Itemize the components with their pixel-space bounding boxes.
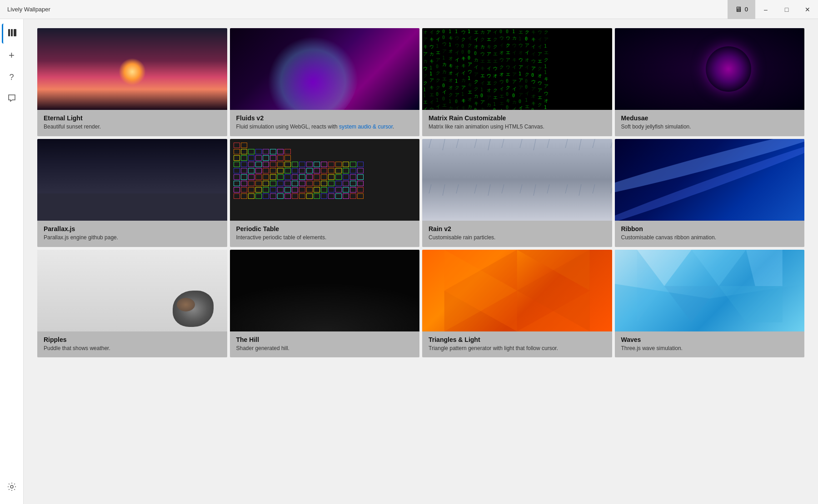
card-info-fluids-v2: Fluids v2Fluid simulation using WebGL, r… <box>230 110 420 136</box>
app-title: Lively Wallpaper <box>7 6 50 13</box>
card-desc-ribbon: Customisable canvas ribbon animation. <box>621 234 798 242</box>
svg-rect-0 <box>8 29 10 36</box>
card-title-waves: Waves <box>621 336 798 343</box>
wallpaper-card-rain-v2[interactable]: Rain v2Customisable rain particles. <box>422 139 612 247</box>
monitor-icon: 🖥 <box>735 5 742 14</box>
card-desc-medusae: Soft body jellyfish simulation. <box>621 123 798 131</box>
wallpaper-card-ripples[interactable]: RipplesPuddle that shows weather. <box>37 250 227 358</box>
wallpaper-card-eternal-light[interactable]: Eternal LightBeautiful sunset render. <box>37 28 227 136</box>
card-info-waves: WavesThree.js wave simulation. <box>615 331 805 358</box>
card-preview-ripples <box>37 250 227 331</box>
card-desc-periodic-table: Interactive periodic table of elements. <box>236 234 414 242</box>
help-icon: ? <box>9 73 14 82</box>
card-desc-rain-v2: Customisable rain particles. <box>429 234 606 242</box>
svg-marker-12 <box>637 250 691 286</box>
svg-marker-17 <box>718 286 782 322</box>
card-desc-eternal-light: Beautiful sunset render. <box>44 123 221 131</box>
card-preview-eternal-light <box>37 28 227 110</box>
chat-icon <box>7 94 16 105</box>
wallpaper-card-the-hill[interactable]: The HillShader generated hill. <box>230 250 420 358</box>
card-title-matrix-rain: Matrix Rain Customizable <box>429 114 606 122</box>
content-area: Eternal LightBeautiful sunset render.Flu… <box>24 19 818 504</box>
svg-marker-16 <box>746 250 782 286</box>
wallpaper-card-triangles-light[interactable]: Triangles & LightTriangle pattern genera… <box>422 250 612 358</box>
card-info-matrix-rain: Matrix Rain CustomizableMatrix like rain… <box>422 110 612 136</box>
settings-icon <box>7 482 16 494</box>
library-icon <box>7 28 17 40</box>
card-preview-periodic-table <box>230 139 420 221</box>
sidebar-item-settings[interactable] <box>2 478 22 498</box>
minimize-button[interactable]: – <box>755 0 776 19</box>
svg-marker-14 <box>664 286 718 322</box>
wallpaper-card-ribbon[interactable]: RibbonCustomisable canvas ribbon animati… <box>615 139 805 247</box>
wallpaper-card-waves[interactable]: WavesThree.js wave simulation. <box>615 250 805 358</box>
card-desc-the-hill: Shader generated hill. <box>236 345 414 352</box>
card-title-rain-v2: Rain v2 <box>429 225 606 232</box>
card-info-ribbon: RibbonCustomisable canvas ribbon animati… <box>615 221 805 247</box>
card-info-eternal-light: Eternal LightBeautiful sunset render. <box>37 110 227 136</box>
svg-rect-2 <box>14 29 16 36</box>
title-bar-controls: 🖥 0 – □ ✕ <box>728 0 818 19</box>
sidebar-item-library[interactable] <box>2 24 22 44</box>
card-title-medusae: Medusae <box>621 114 798 122</box>
card-desc-fluids-v2: Fluid simulation using WebGL, reacts wit… <box>236 123 414 131</box>
wallpaper-card-periodic-table[interactable]: Periodic TableInteractive periodic table… <box>230 139 420 247</box>
card-info-medusae: MedusaeSoft body jellyfish simulation. <box>615 110 805 136</box>
card-title-ribbon: Ribbon <box>621 225 798 232</box>
card-desc-ripples: Puddle that shows weather. <box>44 345 221 352</box>
card-desc-triangles-light: Triangle pattern generator with light th… <box>429 345 606 352</box>
card-preview-triangles-light <box>422 250 612 331</box>
card-title-fluids-v2: Fluids v2 <box>236 114 414 122</box>
wallpaper-card-fluids-v2[interactable]: Fluids v2Fluid simulation using WebGL, r… <box>230 28 420 136</box>
card-preview-the-hill <box>230 250 420 331</box>
wallpaper-card-matrix-rain[interactable]: オアキアカウクク11エイクウ0クエ0イキウカキ11アキエイウイ1クアカカクイ1エ… <box>422 28 612 136</box>
svg-point-3 <box>10 485 13 488</box>
card-desc-waves: Three.js wave simulation. <box>621 345 798 352</box>
card-preview-waves <box>615 250 805 331</box>
sidebar: + ? <box>0 19 24 504</box>
card-info-periodic-table: Periodic TableInteractive periodic table… <box>230 221 420 247</box>
svg-marker-15 <box>637 250 664 322</box>
wallpaper-grid: Eternal LightBeautiful sunset render.Flu… <box>37 28 804 357</box>
card-title-ripples: Ripples <box>44 336 221 343</box>
card-title-periodic-table: Periodic Table <box>236 225 414 232</box>
card-desc-matrix-rain: Matrix like rain animation using HTML5 C… <box>429 123 606 131</box>
card-preview-ribbon <box>615 139 805 221</box>
card-info-rain-v2: Rain v2Customisable rain particles. <box>422 221 612 247</box>
card-title-the-hill: The Hill <box>236 336 414 343</box>
main-layout: + ? Eternal LightBeautiful sunset re <box>0 19 818 504</box>
card-title-eternal-light: Eternal Light <box>44 114 221 122</box>
monitor-button[interactable]: 🖥 0 <box>728 0 755 19</box>
title-bar: Lively Wallpaper 🖥 0 – □ ✕ <box>0 0 818 19</box>
card-info-parallax-js: Parallax.jsParallax.js engine github pag… <box>37 221 227 247</box>
close-button[interactable]: ✕ <box>797 0 818 19</box>
card-desc-parallax-js: Parallax.js engine github page. <box>44 234 221 242</box>
card-preview-rain-v2 <box>422 139 612 221</box>
svg-rect-1 <box>11 29 13 36</box>
card-info-triangles-light: Triangles & LightTriangle pattern genera… <box>422 331 612 358</box>
wallpaper-card-parallax-js[interactable]: Parallax.jsParallax.js engine github pag… <box>37 139 227 247</box>
sidebar-item-add[interactable]: + <box>2 45 22 65</box>
card-info-the-hill: The HillShader generated hill. <box>230 331 420 358</box>
card-title-triangles-light: Triangles & Light <box>429 336 606 343</box>
title-bar-left: Lively Wallpaper <box>7 6 50 13</box>
add-icon: + <box>9 49 15 61</box>
sidebar-item-help[interactable]: ? <box>2 67 22 87</box>
card-preview-medusae <box>615 28 805 110</box>
card-preview-matrix-rain: オアキアカウクク11エイクウ0クエ0イキウカキ11アキエイウイ1クアカカクイ1エ… <box>422 28 612 110</box>
svg-marker-13 <box>691 250 746 286</box>
wallpaper-card-medusae[interactable]: MedusaeSoft body jellyfish simulation. <box>615 28 805 136</box>
card-info-ripples: RipplesPuddle that shows weather. <box>37 331 227 358</box>
card-preview-parallax-js <box>37 139 227 221</box>
card-preview-fluids-v2 <box>230 28 420 110</box>
sidebar-item-chat[interactable] <box>2 89 22 109</box>
card-title-parallax-js: Parallax.js <box>44 225 221 232</box>
monitor-count: 0 <box>745 6 748 13</box>
maximize-button[interactable]: □ <box>776 0 797 19</box>
